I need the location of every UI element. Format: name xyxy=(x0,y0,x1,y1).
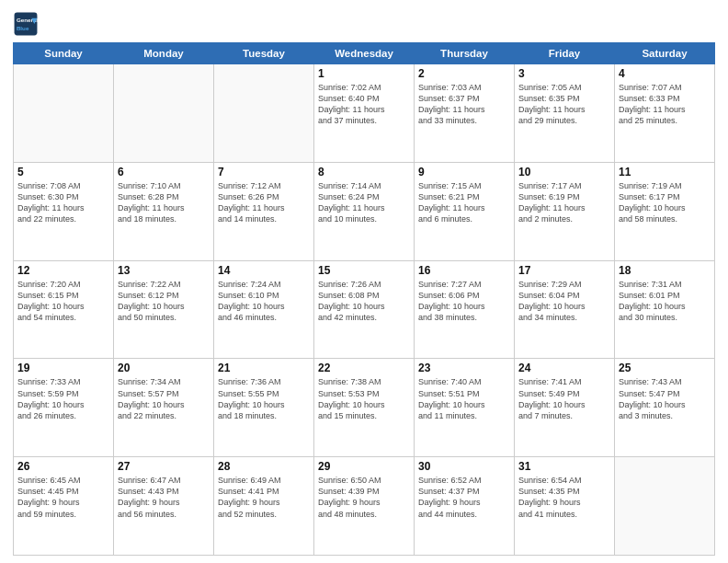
day-number: 10 xyxy=(518,166,610,178)
weekday-header: Thursday xyxy=(415,43,515,64)
day-number: 7 xyxy=(218,166,310,178)
calendar-day-cell: 26Sunrise: 6:45 AM Sunset: 4:45 PM Dayli… xyxy=(14,457,114,556)
calendar-day-cell: 24Sunrise: 7:41 AM Sunset: 5:49 PM Dayli… xyxy=(515,359,615,457)
calendar-day-cell: 14Sunrise: 7:24 AM Sunset: 6:10 PM Dayli… xyxy=(214,260,314,359)
day-number: 28 xyxy=(218,460,310,473)
day-info: Sunrise: 7:43 AM Sunset: 5:47 PM Dayligh… xyxy=(619,376,711,421)
day-number: 13 xyxy=(118,264,210,277)
day-info: Sunrise: 6:47 AM Sunset: 4:43 PM Dayligh… xyxy=(118,475,210,520)
calendar-day-cell: 12Sunrise: 7:20 AM Sunset: 6:15 PM Dayli… xyxy=(14,260,114,359)
calendar-day-cell: 27Sunrise: 6:47 AM Sunset: 4:43 PM Dayli… xyxy=(114,457,214,556)
calendar-day-cell: 1Sunrise: 7:02 AM Sunset: 6:40 PM Daylig… xyxy=(314,64,415,163)
weekday-header: Monday xyxy=(114,43,214,64)
calendar-day-cell: 2Sunrise: 7:03 AM Sunset: 6:37 PM Daylig… xyxy=(415,64,515,163)
calendar-week-row: 26Sunrise: 6:45 AM Sunset: 4:45 PM Dayli… xyxy=(14,457,715,556)
calendar-week-row: 5Sunrise: 7:08 AM Sunset: 6:30 PM Daylig… xyxy=(14,162,715,260)
calendar-week-row: 19Sunrise: 7:33 AM Sunset: 5:59 PM Dayli… xyxy=(14,359,715,457)
calendar-day-cell: 9Sunrise: 7:15 AM Sunset: 6:21 PM Daylig… xyxy=(415,162,515,260)
day-number: 5 xyxy=(17,166,109,178)
day-info: Sunrise: 7:20 AM Sunset: 6:15 PM Dayligh… xyxy=(17,279,109,324)
weekday-header: Wednesday xyxy=(314,43,415,64)
calendar-day-cell: 25Sunrise: 7:43 AM Sunset: 5:47 PM Dayli… xyxy=(615,359,715,457)
header: General Blue xyxy=(13,11,715,37)
calendar-day-cell: 21Sunrise: 7:36 AM Sunset: 5:55 PM Dayli… xyxy=(214,359,314,457)
day-number: 21 xyxy=(218,362,310,374)
day-number: 1 xyxy=(318,67,410,80)
calendar-day-cell xyxy=(14,64,114,163)
page-container: General Blue SundayMondayTuesdayWednesda… xyxy=(0,0,728,563)
day-number: 23 xyxy=(418,362,510,374)
day-info: Sunrise: 7:40 AM Sunset: 5:51 PM Dayligh… xyxy=(418,376,510,421)
day-number: 31 xyxy=(518,460,610,473)
day-number: 14 xyxy=(218,264,310,277)
calendar-day-cell: 18Sunrise: 7:31 AM Sunset: 6:01 PM Dayli… xyxy=(615,260,715,359)
weekday-header: Sunday xyxy=(14,43,114,64)
day-info: Sunrise: 7:26 AM Sunset: 6:08 PM Dayligh… xyxy=(318,279,410,324)
calendar-day-cell xyxy=(214,64,314,163)
day-number: 12 xyxy=(17,264,109,277)
calendar-day-cell: 4Sunrise: 7:07 AM Sunset: 6:33 PM Daylig… xyxy=(615,64,715,163)
weekday-header: Tuesday xyxy=(214,43,314,64)
day-info: Sunrise: 6:54 AM Sunset: 4:35 PM Dayligh… xyxy=(518,475,610,520)
day-number: 25 xyxy=(619,362,711,374)
calendar-day-cell: 7Sunrise: 7:12 AM Sunset: 6:26 PM Daylig… xyxy=(214,162,314,260)
calendar-day-cell: 20Sunrise: 7:34 AM Sunset: 5:57 PM Dayli… xyxy=(114,359,214,457)
weekday-header: Friday xyxy=(515,43,615,64)
calendar-day-cell: 30Sunrise: 6:52 AM Sunset: 4:37 PM Dayli… xyxy=(415,457,515,556)
day-number: 11 xyxy=(619,166,711,178)
weekday-row: SundayMondayTuesdayWednesdayThursdayFrid… xyxy=(14,43,715,64)
day-info: Sunrise: 7:07 AM Sunset: 6:33 PM Dayligh… xyxy=(619,82,711,127)
svg-text:Blue: Blue xyxy=(17,25,29,31)
day-info: Sunrise: 6:49 AM Sunset: 4:41 PM Dayligh… xyxy=(218,475,310,520)
svg-rect-0 xyxy=(15,13,38,36)
day-info: Sunrise: 7:19 AM Sunset: 6:17 PM Dayligh… xyxy=(619,180,711,225)
day-info: Sunrise: 7:05 AM Sunset: 6:35 PM Dayligh… xyxy=(518,82,610,127)
day-number: 22 xyxy=(318,362,410,374)
day-info: Sunrise: 7:22 AM Sunset: 6:12 PM Dayligh… xyxy=(118,279,210,324)
day-number: 24 xyxy=(518,362,610,374)
day-number: 20 xyxy=(118,362,210,374)
day-number: 30 xyxy=(418,460,510,473)
day-info: Sunrise: 7:24 AM Sunset: 6:10 PM Dayligh… xyxy=(218,279,310,324)
day-info: Sunrise: 7:14 AM Sunset: 6:24 PM Dayligh… xyxy=(318,180,410,225)
day-info: Sunrise: 7:36 AM Sunset: 5:55 PM Dayligh… xyxy=(218,376,310,421)
calendar-day-cell xyxy=(114,64,214,163)
day-info: Sunrise: 7:34 AM Sunset: 5:57 PM Dayligh… xyxy=(118,376,210,421)
calendar-day-cell: 15Sunrise: 7:26 AM Sunset: 6:08 PM Dayli… xyxy=(314,260,415,359)
day-number: 29 xyxy=(318,460,410,473)
day-number: 3 xyxy=(518,67,610,80)
calendar-day-cell xyxy=(615,457,715,556)
calendar-body: 1Sunrise: 7:02 AM Sunset: 6:40 PM Daylig… xyxy=(14,64,715,556)
day-number: 16 xyxy=(418,264,510,277)
calendar-day-cell: 22Sunrise: 7:38 AM Sunset: 5:53 PM Dayli… xyxy=(314,359,415,457)
calendar-table: SundayMondayTuesdayWednesdayThursdayFrid… xyxy=(13,42,715,556)
day-number: 2 xyxy=(418,67,510,80)
weekday-header: Saturday xyxy=(615,43,715,64)
day-number: 18 xyxy=(619,264,711,277)
day-info: Sunrise: 7:08 AM Sunset: 6:30 PM Dayligh… xyxy=(17,180,109,225)
day-info: Sunrise: 7:03 AM Sunset: 6:37 PM Dayligh… xyxy=(418,82,510,127)
calendar-day-cell: 16Sunrise: 7:27 AM Sunset: 6:06 PM Dayli… xyxy=(415,260,515,359)
day-info: Sunrise: 6:50 AM Sunset: 4:39 PM Dayligh… xyxy=(318,475,410,520)
day-number: 19 xyxy=(17,362,109,374)
calendar-header: SundayMondayTuesdayWednesdayThursdayFrid… xyxy=(14,43,715,64)
calendar-day-cell: 19Sunrise: 7:33 AM Sunset: 5:59 PM Dayli… xyxy=(14,359,114,457)
logo: General Blue xyxy=(13,11,42,37)
day-info: Sunrise: 7:33 AM Sunset: 5:59 PM Dayligh… xyxy=(17,376,109,421)
day-number: 26 xyxy=(17,460,109,473)
day-number: 15 xyxy=(318,264,410,277)
day-number: 4 xyxy=(619,67,711,80)
day-info: Sunrise: 7:15 AM Sunset: 6:21 PM Dayligh… xyxy=(418,180,510,225)
calendar-day-cell: 29Sunrise: 6:50 AM Sunset: 4:39 PM Dayli… xyxy=(314,457,415,556)
day-info: Sunrise: 7:17 AM Sunset: 6:19 PM Dayligh… xyxy=(518,180,610,225)
calendar-day-cell: 11Sunrise: 7:19 AM Sunset: 6:17 PM Dayli… xyxy=(615,162,715,260)
calendar-day-cell: 10Sunrise: 7:17 AM Sunset: 6:19 PM Dayli… xyxy=(515,162,615,260)
day-info: Sunrise: 6:52 AM Sunset: 4:37 PM Dayligh… xyxy=(418,475,510,520)
day-info: Sunrise: 7:29 AM Sunset: 6:04 PM Dayligh… xyxy=(518,279,610,324)
calendar-week-row: 1Sunrise: 7:02 AM Sunset: 6:40 PM Daylig… xyxy=(14,64,715,163)
day-info: Sunrise: 7:41 AM Sunset: 5:49 PM Dayligh… xyxy=(518,376,610,421)
calendar-day-cell: 8Sunrise: 7:14 AM Sunset: 6:24 PM Daylig… xyxy=(314,162,415,260)
day-number: 9 xyxy=(418,166,510,178)
calendar-day-cell: 6Sunrise: 7:10 AM Sunset: 6:28 PM Daylig… xyxy=(114,162,214,260)
day-number: 6 xyxy=(118,166,210,178)
